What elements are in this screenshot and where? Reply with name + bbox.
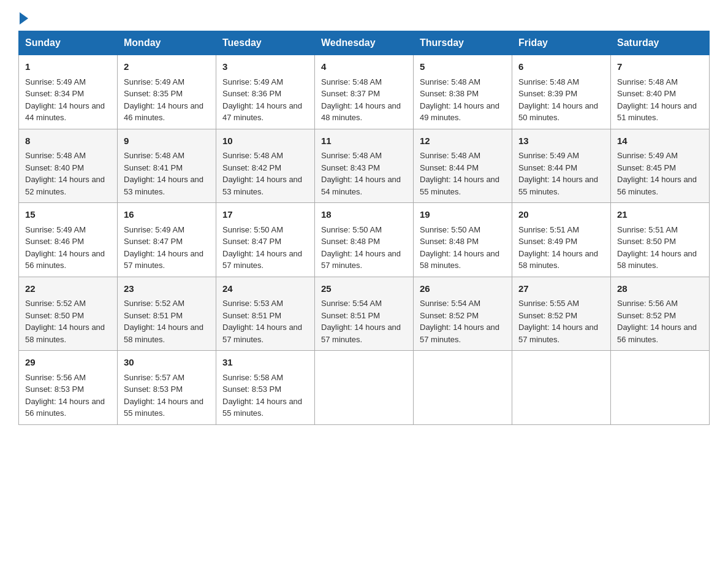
day-sunset: Sunset: 8:53 PM [222,385,281,394]
day-sunset: Sunset: 8:40 PM [25,163,84,172]
day-sunrise: Sunrise: 5:56 AM [617,299,678,308]
day-number: 21 [617,208,703,222]
day-daylight: Daylight: 14 hours and 52 minutes. [25,175,105,196]
day-sunset: Sunset: 8:34 PM [25,89,84,98]
calendar-cell: 29Sunrise: 5:56 AMSunset: 8:53 PMDayligh… [19,351,118,425]
calendar-week-row: 22Sunrise: 5:52 AMSunset: 8:50 PMDayligh… [19,277,710,351]
calendar-cell: 4Sunrise: 5:48 AMSunset: 8:37 PMDaylight… [315,55,414,129]
day-daylight: Daylight: 14 hours and 48 minutes. [321,101,401,123]
calendar-cell [611,351,710,425]
calendar-cell: 20Sunrise: 5:51 AMSunset: 8:49 PMDayligh… [512,203,611,277]
day-sunset: Sunset: 8:51 PM [222,311,281,320]
day-sunset: Sunset: 8:49 PM [518,237,577,246]
day-daylight: Daylight: 14 hours and 50 minutes. [518,101,598,123]
day-daylight: Daylight: 14 hours and 44 minutes. [25,101,105,123]
col-header-tuesday: Tuesday [216,31,315,55]
day-daylight: Daylight: 14 hours and 58 minutes. [617,249,697,270]
day-sunset: Sunset: 8:36 PM [222,89,281,98]
calendar-cell: 18Sunrise: 5:50 AMSunset: 8:48 PMDayligh… [315,203,414,277]
day-sunrise: Sunrise: 5:55 AM [518,299,579,308]
day-sunset: Sunset: 8:50 PM [617,237,676,246]
day-sunset: Sunset: 8:43 PM [321,163,380,172]
day-sunset: Sunset: 8:52 PM [518,311,577,320]
day-number: 9 [124,134,210,148]
calendar-cell: 22Sunrise: 5:52 AMSunset: 8:50 PMDayligh… [19,277,118,351]
calendar-cell: 28Sunrise: 5:56 AMSunset: 8:52 PMDayligh… [611,277,710,351]
day-sunrise: Sunrise: 5:51 AM [518,225,579,234]
day-sunrise: Sunrise: 5:48 AM [124,151,184,160]
day-sunset: Sunset: 8:52 PM [617,311,676,320]
calendar-cell: 17Sunrise: 5:50 AMSunset: 8:47 PMDayligh… [216,203,315,277]
logo-arrow-icon [20,12,28,25]
day-number: 10 [222,134,308,148]
day-sunset: Sunset: 8:44 PM [420,163,479,172]
day-daylight: Daylight: 14 hours and 57 minutes. [222,249,302,270]
calendar-cell: 16Sunrise: 5:49 AMSunset: 8:47 PMDayligh… [118,203,216,277]
day-number: 23 [124,282,210,296]
calendar-cell: 5Sunrise: 5:48 AMSunset: 8:38 PMDaylight… [414,55,512,129]
day-sunset: Sunset: 8:37 PM [321,89,380,98]
calendar-cell: 27Sunrise: 5:55 AMSunset: 8:52 PMDayligh… [512,277,611,351]
day-daylight: Daylight: 14 hours and 58 minutes. [518,249,598,270]
day-number: 25 [321,282,407,296]
day-daylight: Daylight: 14 hours and 57 minutes. [124,249,203,270]
day-daylight: Daylight: 14 hours and 49 minutes. [420,101,499,123]
day-number: 2 [124,60,210,74]
calendar-cell: 31Sunrise: 5:58 AMSunset: 8:53 PMDayligh… [216,351,315,425]
day-sunrise: Sunrise: 5:52 AM [25,299,86,308]
day-sunrise: Sunrise: 5:48 AM [420,151,480,160]
day-sunset: Sunset: 8:50 PM [25,311,84,320]
day-daylight: Daylight: 14 hours and 55 minutes. [420,175,499,196]
page-header [18,12,710,25]
col-header-monday: Monday [118,31,216,55]
day-number: 5 [420,60,506,74]
day-number: 24 [222,282,308,296]
day-sunset: Sunset: 8:48 PM [321,237,380,246]
calendar-week-row: 29Sunrise: 5:56 AMSunset: 8:53 PMDayligh… [19,351,710,425]
day-sunrise: Sunrise: 5:48 AM [25,151,86,160]
day-number: 14 [617,134,703,148]
day-number: 20 [518,208,604,222]
calendar-cell: 26Sunrise: 5:54 AMSunset: 8:52 PMDayligh… [414,277,512,351]
day-sunset: Sunset: 8:35 PM [124,89,183,98]
day-number: 3 [222,60,308,74]
day-sunrise: Sunrise: 5:56 AM [25,373,86,382]
day-sunrise: Sunrise: 5:50 AM [222,225,283,234]
calendar-cell: 14Sunrise: 5:49 AMSunset: 8:45 PMDayligh… [611,129,710,203]
day-number: 8 [25,134,111,148]
day-sunset: Sunset: 8:51 PM [124,311,183,320]
day-number: 12 [420,134,506,148]
day-daylight: Daylight: 14 hours and 56 minutes. [617,323,697,344]
calendar-cell: 19Sunrise: 5:50 AMSunset: 8:48 PMDayligh… [414,203,512,277]
day-number: 22 [25,282,111,296]
day-daylight: Daylight: 14 hours and 58 minutes. [124,323,203,344]
day-sunrise: Sunrise: 5:49 AM [124,77,184,86]
day-sunset: Sunset: 8:38 PM [420,89,479,98]
logo [18,12,28,25]
calendar-cell: 15Sunrise: 5:49 AMSunset: 8:46 PMDayligh… [19,203,118,277]
col-header-saturday: Saturday [611,31,710,55]
day-sunset: Sunset: 8:41 PM [124,163,183,172]
day-sunrise: Sunrise: 5:54 AM [321,299,382,308]
day-sunrise: Sunrise: 5:53 AM [222,299,283,308]
calendar-cell [315,351,414,425]
day-number: 15 [25,208,111,222]
day-number: 11 [321,134,407,148]
day-sunset: Sunset: 8:48 PM [420,237,479,246]
day-daylight: Daylight: 14 hours and 57 minutes. [222,323,302,344]
day-sunrise: Sunrise: 5:49 AM [25,77,86,86]
day-sunset: Sunset: 8:46 PM [25,237,84,246]
day-sunrise: Sunrise: 5:49 AM [222,77,283,86]
day-number: 19 [420,208,506,222]
day-sunset: Sunset: 8:45 PM [617,163,676,172]
day-sunset: Sunset: 8:40 PM [617,89,676,98]
calendar-cell [512,351,611,425]
calendar-cell [414,351,512,425]
day-sunrise: Sunrise: 5:51 AM [617,225,678,234]
day-daylight: Daylight: 14 hours and 58 minutes. [420,249,499,270]
calendar-cell: 11Sunrise: 5:48 AMSunset: 8:43 PMDayligh… [315,129,414,203]
day-sunrise: Sunrise: 5:50 AM [420,225,480,234]
day-number: 30 [124,356,210,370]
day-number: 6 [518,60,604,74]
day-sunset: Sunset: 8:53 PM [25,385,84,394]
